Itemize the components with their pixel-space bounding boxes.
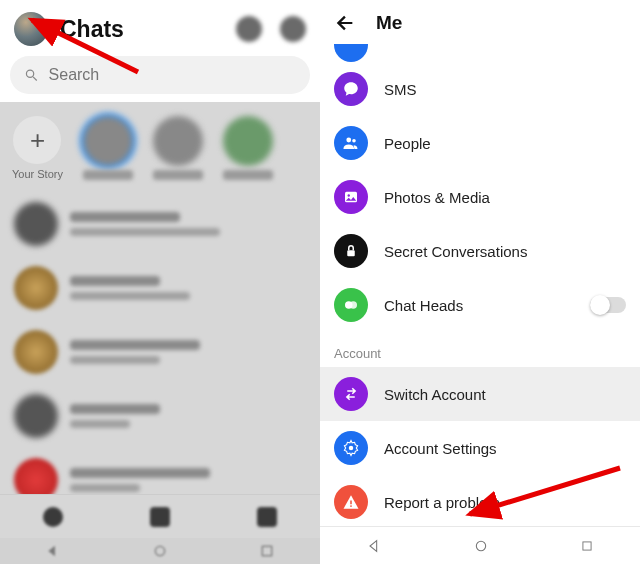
sms-icon xyxy=(334,72,368,106)
switch-icon xyxy=(334,377,368,411)
tab-discover-icon[interactable] xyxy=(257,507,277,527)
row-label: Account Settings xyxy=(384,440,497,457)
svg-rect-8 xyxy=(347,250,355,256)
camera-icon[interactable] xyxy=(236,16,262,42)
people-icon xyxy=(334,126,368,160)
tab-chats-icon[interactable] xyxy=(43,507,63,527)
gear-icon xyxy=(334,431,368,465)
svg-point-4 xyxy=(346,138,351,143)
row-account-settings[interactable]: Account Settings xyxy=(320,421,640,475)
search-field[interactable] xyxy=(10,56,310,94)
page-title: Me xyxy=(376,12,402,34)
profile-avatar[interactable] xyxy=(14,12,48,46)
stories-row: + Your Story xyxy=(0,102,320,186)
plus-icon: + xyxy=(13,116,61,164)
nav-home-icon[interactable] xyxy=(473,538,489,554)
compose-icon[interactable] xyxy=(280,16,306,42)
chat-heads-icon xyxy=(334,288,368,322)
row-label: Switch Account xyxy=(384,386,486,403)
row-label: SMS xyxy=(384,81,417,98)
row-label: Secret Conversations xyxy=(384,243,527,260)
svg-point-7 xyxy=(348,194,350,196)
your-story[interactable]: + Your Story xyxy=(12,116,63,180)
svg-point-2 xyxy=(155,546,164,555)
nav-recent-icon[interactable] xyxy=(580,539,594,553)
svg-point-10 xyxy=(350,301,358,309)
partial-row-icon xyxy=(334,44,368,62)
search-icon xyxy=(24,67,39,83)
chat-row[interactable] xyxy=(0,320,320,384)
svg-rect-13 xyxy=(350,505,352,507)
svg-point-5 xyxy=(352,139,356,143)
back-arrow-icon[interactable] xyxy=(334,12,356,34)
chat-row[interactable] xyxy=(0,192,320,256)
chat-heads-toggle[interactable] xyxy=(590,297,626,313)
nav-back-icon[interactable] xyxy=(366,538,382,554)
nav-back-icon[interactable] xyxy=(45,543,61,559)
row-secret[interactable]: Secret Conversations xyxy=(320,224,640,278)
svg-point-11 xyxy=(349,446,354,451)
tab-people-icon[interactable] xyxy=(150,507,170,527)
row-label: Chat Heads xyxy=(384,297,463,314)
svg-rect-12 xyxy=(350,501,352,505)
row-label: People xyxy=(384,135,431,152)
system-nav xyxy=(320,526,640,564)
row-people[interactable]: People xyxy=(320,116,640,170)
your-story-label: Your Story xyxy=(12,168,63,178)
svg-point-0 xyxy=(26,70,33,77)
chat-row[interactable] xyxy=(0,256,320,320)
settings-header: Me xyxy=(320,0,640,44)
system-nav xyxy=(0,538,320,564)
row-switch-account[interactable]: Switch Account xyxy=(320,367,640,421)
chats-screen: Chats + Your Story xyxy=(0,0,320,564)
row-photos[interactable]: Photos & Media xyxy=(320,170,640,224)
lock-icon xyxy=(334,234,368,268)
row-report[interactable]: Report a problem xyxy=(320,475,640,526)
story-item[interactable] xyxy=(223,116,273,180)
row-sms[interactable]: SMS xyxy=(320,62,640,116)
bottom-nav xyxy=(0,494,320,538)
chat-row[interactable] xyxy=(0,384,320,448)
svg-point-15 xyxy=(476,541,485,550)
nav-home-icon[interactable] xyxy=(152,543,168,559)
row-label: Report a problem xyxy=(384,494,500,511)
search-input[interactable] xyxy=(49,66,296,84)
row-label: Photos & Media xyxy=(384,189,490,206)
warning-icon xyxy=(334,485,368,519)
section-account-label: Account xyxy=(320,332,640,367)
svg-line-1 xyxy=(33,77,37,81)
row-chat-heads[interactable]: Chat Heads xyxy=(320,278,640,332)
svg-rect-3 xyxy=(262,546,271,555)
story-item[interactable] xyxy=(153,116,203,180)
me-settings-screen: Me SMS People Photos & Media Secret Conv… xyxy=(320,0,640,564)
story-item[interactable] xyxy=(83,116,133,180)
svg-rect-16 xyxy=(583,541,591,549)
photos-icon xyxy=(334,180,368,214)
nav-recent-icon[interactable] xyxy=(259,543,275,559)
chats-title: Chats xyxy=(60,16,124,43)
